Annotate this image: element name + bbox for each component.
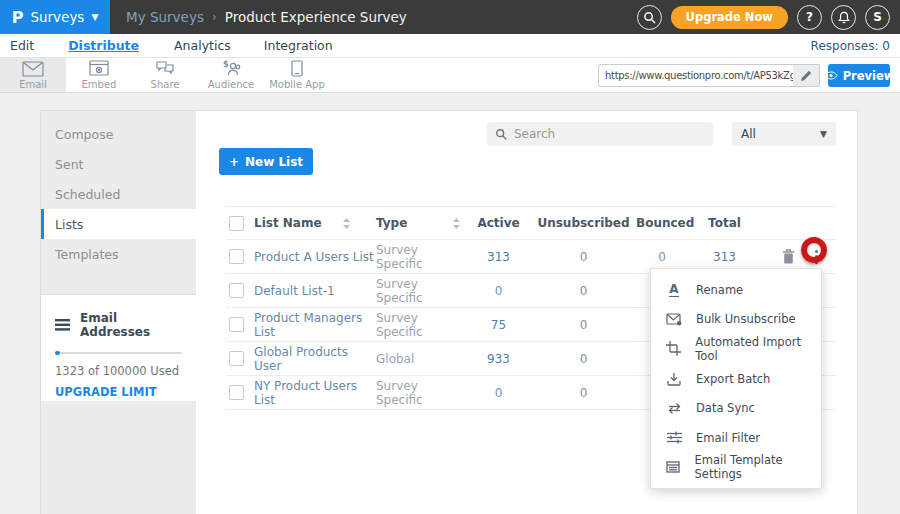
list-type-filter-dropdown[interactable]: All ▼ bbox=[732, 122, 836, 146]
responses-count: Responses: 0 bbox=[811, 39, 890, 53]
unsubscribed-count: 0 bbox=[580, 386, 588, 400]
toolbar-item-label: Email bbox=[19, 79, 47, 90]
global-search-button[interactable] bbox=[637, 5, 662, 30]
col-header-list-name: List Name bbox=[254, 216, 322, 230]
toolbar-item-label: Embed bbox=[82, 79, 117, 90]
breadcrumb-my-surveys[interactable]: My Surveys bbox=[126, 9, 204, 25]
sidebar-item-templates[interactable]: Templates bbox=[41, 239, 196, 269]
edit-url-button[interactable] bbox=[793, 65, 819, 86]
new-list-button[interactable]: + New List bbox=[219, 148, 313, 175]
unsubscribed-count: 0 bbox=[580, 284, 588, 298]
col-header-bounced: Bounced bbox=[636, 207, 688, 240]
col-header-active: Active bbox=[466, 207, 531, 240]
surveys-product-menu[interactable]: P Surveys ▼ bbox=[0, 0, 110, 34]
menu-item-email-template-settings[interactable]: Email Template Settings bbox=[651, 452, 821, 482]
active-count: 0 bbox=[495, 284, 503, 298]
sidebar-items: Compose Sent Scheduled Lists Templates bbox=[41, 111, 196, 269]
list-search bbox=[487, 122, 713, 146]
help-button[interactable]: ? bbox=[797, 5, 822, 30]
list-name-link[interactable]: Default List-1 bbox=[254, 284, 335, 298]
row-checkbox[interactable] bbox=[229, 249, 244, 264]
export-batch-icon bbox=[666, 372, 682, 386]
toolbar-item-embed[interactable]: Embed bbox=[66, 58, 132, 92]
notifications-button[interactable] bbox=[831, 5, 856, 30]
breadcrumb-separator-icon: › bbox=[212, 10, 217, 24]
col-header-total: Total bbox=[688, 207, 761, 240]
list-name-link[interactable]: Product A Users List bbox=[254, 250, 374, 264]
toolbar-item-email[interactable]: Email bbox=[0, 58, 66, 92]
email-usage-progressbar bbox=[55, 352, 182, 354]
list-rows-icon bbox=[55, 319, 70, 331]
new-list-label: New List bbox=[245, 155, 303, 169]
sort-icon[interactable] bbox=[453, 218, 460, 229]
search-icon bbox=[643, 11, 656, 24]
top-actions: Upgrade Now ? S bbox=[637, 5, 900, 30]
toolbar-item-audience[interactable]: $ Audience bbox=[198, 58, 264, 92]
bell-icon bbox=[838, 11, 850, 24]
menu-item-export-batch[interactable]: Export Batch bbox=[651, 364, 821, 394]
toolbar-item-mobile-app[interactable]: Mobile App bbox=[264, 58, 330, 92]
row-checkbox[interactable] bbox=[229, 351, 244, 366]
page: P Surveys ▼ My Surveys › Product Experie… bbox=[0, 0, 900, 514]
user-avatar[interactable]: S bbox=[865, 5, 890, 30]
upgrade-limit-link[interactable]: UPGRADE LIMIT bbox=[55, 385, 182, 399]
email-sidebar: Compose Sent Scheduled Lists Templates E… bbox=[41, 111, 196, 514]
mobile-app-icon bbox=[291, 60, 303, 77]
questionpro-logo-icon: P bbox=[12, 8, 24, 27]
tab-analytics[interactable]: Analytics bbox=[174, 38, 231, 53]
question-mark-icon: ? bbox=[806, 10, 813, 24]
breadcrumb: My Surveys › Product Experience Survey bbox=[126, 9, 407, 25]
plus-icon: + bbox=[229, 155, 239, 169]
sidebar-item-scheduled[interactable]: Scheduled bbox=[41, 179, 196, 209]
survey-url[interactable]: https://www.questionpro.com/t/AP53kZgfo bbox=[599, 70, 793, 81]
col-header-type: Type bbox=[376, 216, 407, 230]
tab-distribute[interactable]: Distribute bbox=[68, 38, 139, 53]
menu-item-label: Email Template Settings bbox=[695, 453, 821, 481]
list-actions-context-menu: A Rename Bulk Unsubscribe Automated Impo… bbox=[650, 268, 822, 489]
survey-url-field: https://www.questionpro.com/t/AP53kZgfo bbox=[598, 64, 820, 87]
row-checkbox[interactable] bbox=[229, 283, 244, 298]
sidebar-item-sent[interactable]: Sent bbox=[41, 149, 196, 179]
email-filter-icon bbox=[666, 431, 682, 444]
menu-item-automated-import-tool[interactable]: Automated Import Tool bbox=[651, 334, 821, 364]
row-checkbox[interactable] bbox=[229, 385, 244, 400]
menu-item-bulk-unsubscribe[interactable]: Bulk Unsubscribe bbox=[651, 305, 821, 335]
menu-item-email-filter[interactable]: Email Filter bbox=[651, 423, 821, 453]
sidebar-item-lists[interactable]: Lists bbox=[41, 209, 196, 239]
delete-list-button[interactable] bbox=[782, 249, 795, 264]
search-input[interactable] bbox=[514, 127, 705, 141]
select-all-checkbox[interactable] bbox=[229, 216, 244, 231]
bounced-count: 0 bbox=[658, 250, 666, 264]
bulk-unsubscribe-icon bbox=[666, 313, 682, 326]
upgrade-now-button[interactable]: Upgrade Now bbox=[671, 6, 788, 29]
active-count[interactable]: 313 bbox=[487, 250, 510, 264]
list-name-link[interactable]: NY Product Users List bbox=[254, 379, 357, 407]
email-usage-text: 1323 of 100000 Used bbox=[55, 364, 182, 378]
tab-integration[interactable]: Integration bbox=[264, 38, 333, 53]
preview-button[interactable]: Preview bbox=[828, 64, 890, 87]
row-menu-button[interactable] bbox=[811, 248, 822, 266]
sort-icon[interactable] bbox=[343, 218, 350, 229]
menu-item-data-sync[interactable]: Data Sync bbox=[651, 393, 821, 423]
toolbar-item-share[interactable]: Share bbox=[132, 58, 198, 92]
audience-icon: $ bbox=[220, 60, 242, 77]
embed-icon bbox=[89, 60, 109, 77]
top-bar: P Surveys ▼ My Surveys › Product Experie… bbox=[0, 0, 900, 34]
toolbar-item-label: Share bbox=[151, 79, 180, 90]
svg-text:$: $ bbox=[223, 60, 229, 69]
menu-item-rename[interactable]: A Rename bbox=[651, 275, 821, 305]
sidebar-item-compose[interactable]: Compose bbox=[41, 119, 196, 149]
chevron-down-icon: ▼ bbox=[91, 12, 98, 22]
list-name-link[interactable]: Global Products User bbox=[254, 345, 348, 373]
list-type: Global bbox=[376, 352, 414, 366]
tab-edit[interactable]: Edit bbox=[10, 38, 34, 53]
active-count[interactable]: 75 bbox=[491, 318, 506, 332]
preview-label: Preview bbox=[843, 69, 895, 83]
row-checkbox[interactable] bbox=[229, 317, 244, 332]
active-count: 0 bbox=[495, 386, 503, 400]
list-name-link[interactable]: Product Managers List bbox=[254, 311, 362, 339]
menu-item-label: Bulk Unsubscribe bbox=[696, 312, 796, 326]
avatar-initial: S bbox=[873, 10, 882, 24]
active-count[interactable]: 933 bbox=[487, 352, 510, 366]
menu-item-label: Rename bbox=[696, 283, 743, 297]
